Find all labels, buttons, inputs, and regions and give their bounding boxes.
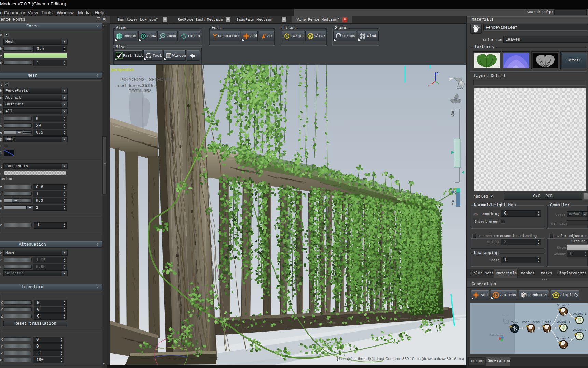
svg-text:Leaves 2: Leaves 2 (572, 328, 586, 332)
svg-text:Mesh Anchor: Mesh Anchor (490, 334, 503, 336)
svg-text:Vines 2: Vines 2 (557, 337, 570, 340)
svg-text:1.00: 1.00 (457, 86, 464, 89)
svg-text:Root Stems: Root Stems (522, 321, 540, 324)
svg-text:Y: Y (428, 84, 430, 87)
svg-text:Leaves 1: Leaves 1 (572, 312, 586, 316)
svg-text:Z: Z (436, 72, 438, 75)
svg-text:Leaves 3: Leaves 3 (556, 320, 570, 324)
svg-text:POLYGONS - SELECTED: POLYGONS - SELECTED (120, 77, 172, 82)
svg-text:Max: Max (451, 110, 455, 117)
svg-text:Min: Min (451, 200, 455, 205)
svg-text:Tree: Tree (511, 321, 518, 324)
svg-text:Force: Force (502, 314, 508, 317)
svg-text:[4 cpu(s), 4 thread(s)], Last: [4 cpu(s), 4 thread(s)], Last Compute 36… (337, 357, 464, 361)
svg-text:Vines 1: Vines 1 (557, 304, 570, 307)
svg-text:perspective: perspective (111, 67, 134, 72)
svg-text:Stems: Stems (543, 321, 551, 324)
svg-text:mesh forces:352 tris: mesh forces:352 tris (117, 83, 157, 88)
svg-text:TOTAL:352: TOTAL:352 (129, 88, 151, 93)
